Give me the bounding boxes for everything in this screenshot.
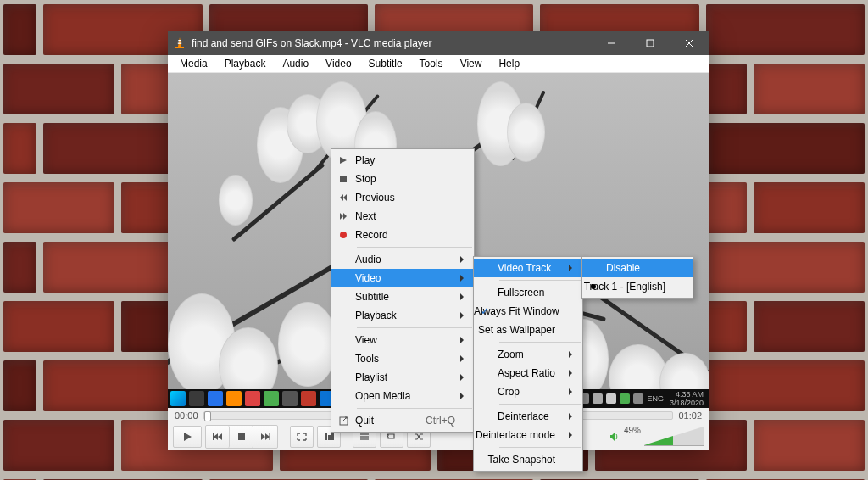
task-icon bbox=[301, 391, 316, 406]
menu-media[interactable]: Media bbox=[171, 56, 216, 71]
menu-video[interactable]: Video bbox=[317, 56, 359, 71]
ctx-quit[interactable]: QuitCtrl+Q bbox=[331, 411, 474, 430]
ctx-track-1[interactable]: Track 1 - [English] bbox=[582, 277, 693, 296]
ctx-track-disable[interactable]: Disable bbox=[582, 259, 693, 277]
maximize-button[interactable] bbox=[631, 31, 670, 55]
stop-button[interactable] bbox=[230, 426, 253, 448]
ctx-previous[interactable]: Previous bbox=[331, 188, 474, 207]
volume-slider[interactable] bbox=[644, 427, 704, 446]
ctx-view[interactable]: View bbox=[331, 331, 474, 349]
svg-rect-4 bbox=[647, 40, 654, 47]
tray-icon bbox=[633, 393, 643, 404]
skip-back-button[interactable] bbox=[206, 426, 230, 448]
menu-playback[interactable]: Playback bbox=[216, 56, 275, 71]
window-title: find and send GIFs on Slack.mp4 - VLC me… bbox=[192, 37, 592, 49]
volume-control[interactable]: 49% bbox=[609, 427, 704, 446]
ctx-record[interactable]: Record bbox=[331, 226, 474, 244]
svg-rect-8 bbox=[238, 433, 245, 440]
context-menu-video: Video Track Fullscreen Always Fit Window… bbox=[473, 256, 583, 472]
ctx-playlist[interactable]: Playlist bbox=[331, 368, 474, 387]
ctx-next[interactable]: Next bbox=[331, 207, 474, 226]
ctx-tools[interactable]: Tools bbox=[331, 349, 474, 368]
ctx-play[interactable]: Play bbox=[331, 151, 474, 170]
tray-icon bbox=[593, 393, 603, 404]
task-icon bbox=[189, 391, 204, 406]
svg-rect-12 bbox=[331, 433, 334, 440]
start-icon bbox=[170, 391, 186, 406]
task-icon bbox=[245, 391, 260, 406]
svg-rect-16 bbox=[340, 176, 347, 182]
context-menu-main: Play Stop Previous Next Record Audio Vid… bbox=[331, 148, 475, 433]
svg-rect-2 bbox=[178, 43, 181, 44]
task-icon bbox=[226, 391, 242, 406]
svg-rect-1 bbox=[178, 40, 181, 41]
tray-icon bbox=[606, 393, 616, 404]
play-button[interactable] bbox=[173, 426, 202, 448]
volume-label: 49% bbox=[624, 426, 641, 435]
ctx-audio[interactable]: Audio bbox=[331, 250, 474, 269]
ctx-always-fit[interactable]: Always Fit Window bbox=[474, 302, 582, 321]
ctx-fullscreen[interactable]: Fullscreen bbox=[474, 283, 582, 302]
ctx-video-track[interactable]: Video Track bbox=[474, 259, 582, 277]
ctx-zoom[interactable]: Zoom bbox=[474, 345, 582, 364]
svg-point-17 bbox=[340, 232, 347, 238]
menu-subtitle[interactable]: Subtitle bbox=[360, 56, 411, 71]
menu-view[interactable]: View bbox=[452, 56, 491, 71]
ctx-open-media[interactable]: Open Media bbox=[331, 387, 474, 405]
menubar: Media Playback Audio Video Subtitle Tool… bbox=[168, 55, 709, 73]
seek-knob[interactable] bbox=[204, 411, 211, 421]
ctx-subtitle[interactable]: Subtitle bbox=[331, 287, 474, 306]
task-icon bbox=[264, 391, 279, 406]
svg-rect-10 bbox=[325, 433, 327, 440]
svg-rect-7 bbox=[213, 433, 214, 440]
task-icon bbox=[208, 391, 223, 406]
ctx-take-snapshot[interactable]: Take Snapshot bbox=[474, 450, 582, 469]
tray-icon bbox=[620, 393, 630, 404]
ctx-deinterlace-mode[interactable]: Deinterlace mode bbox=[474, 426, 582, 444]
vlc-cone-icon bbox=[173, 36, 186, 50]
ctx-crop[interactable]: Crop bbox=[474, 382, 582, 401]
menu-help[interactable]: Help bbox=[490, 56, 528, 71]
time-current: 00:00 bbox=[175, 410, 198, 421]
menu-audio[interactable]: Audio bbox=[274, 56, 317, 71]
ctx-aspect-ratio[interactable]: Aspect Ratio bbox=[474, 364, 582, 382]
ctx-wallpaper[interactable]: Set as Wallpaper bbox=[474, 321, 582, 339]
context-menu-video-track: Disable Track 1 - [English] bbox=[581, 256, 693, 299]
minimize-button[interactable] bbox=[592, 31, 631, 55]
svg-rect-0 bbox=[175, 47, 184, 48]
tray-lang: ENG bbox=[647, 394, 664, 403]
menu-tools[interactable]: Tools bbox=[411, 56, 452, 71]
svg-rect-9 bbox=[270, 433, 271, 440]
ctx-stop[interactable]: Stop bbox=[331, 170, 474, 188]
titlebar[interactable]: find and send GIFs on Slack.mp4 - VLC me… bbox=[168, 31, 709, 55]
time-total: 01:02 bbox=[678, 410, 702, 421]
skip-forward-button[interactable] bbox=[253, 426, 277, 448]
ctx-playback[interactable]: Playback bbox=[331, 306, 474, 325]
svg-rect-11 bbox=[328, 435, 331, 440]
ctx-video[interactable]: Video bbox=[331, 269, 474, 287]
speaker-icon bbox=[609, 431, 620, 443]
task-icon bbox=[282, 391, 298, 406]
tray-clock: 4:36 AM3/18/2020 bbox=[670, 390, 704, 407]
ctx-deinterlace[interactable]: Deinterlace bbox=[474, 407, 582, 426]
fullscreen-button[interactable] bbox=[290, 426, 314, 448]
close-button[interactable] bbox=[670, 31, 709, 55]
